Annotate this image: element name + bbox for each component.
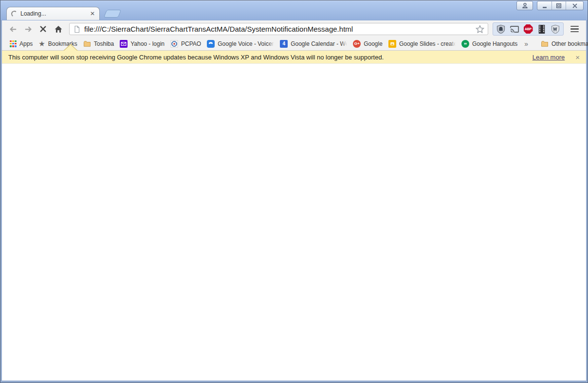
apps-grid-icon [10, 40, 17, 47]
browser-tab[interactable]: Loading... ✕ [6, 7, 100, 20]
minimize-icon [541, 2, 548, 9]
google-slides-icon [388, 40, 396, 48]
film-strip-icon [537, 24, 547, 34]
forward-arrow-icon [24, 25, 33, 34]
tab-strip: Loading... ✕ [6, 7, 120, 20]
bookmark-item-google-voice[interactable]: Google Voice - Voicemails [204, 38, 277, 49]
stop-x-icon [39, 25, 47, 33]
other-bookmarks-button[interactable]: Other bookmarks [538, 38, 588, 49]
apps-label: Apps [19, 40, 33, 47]
google-calendar-icon: 4 [280, 40, 288, 48]
folder-icon [541, 40, 549, 48]
forward-button[interactable] [21, 22, 35, 36]
omnibox-url-input[interactable] [84, 25, 472, 33]
webadvisor-extension-button[interactable] [549, 23, 562, 35]
adblock-plus-icon: ABP [524, 24, 533, 34]
extensions-area: ABP [493, 22, 564, 36]
maximize-button[interactable] [551, 1, 566, 10]
star-outline-icon [476, 25, 484, 34]
update-notification-infobar: This computer will soon stop receiving G… [2, 51, 586, 64]
yahoo-mail-icon [120, 40, 128, 48]
bookmark-star-button[interactable] [476, 25, 484, 34]
folder-icon [83, 40, 91, 48]
bookmark-label: Google Calendar - Week [291, 40, 347, 47]
pcpao-favicon [170, 40, 178, 48]
titlebar: Loading... ✕ [0, 0, 588, 20]
bookmark-label: Toshiba [94, 40, 114, 47]
tab-close-icon[interactable]: ✕ [89, 10, 96, 17]
bookmark-item-google-calendar[interactable]: 4 Google Calendar - Week [277, 38, 350, 49]
bookmark-label: Google Slides - create an [399, 40, 456, 47]
browser-window: Loading... ✕ [0, 0, 588, 383]
cast-extension-button[interactable] [508, 23, 521, 35]
bookmark-item-toshiba[interactable]: Toshiba [80, 38, 117, 49]
address-bar[interactable] [69, 23, 488, 35]
chrome-menu-button[interactable] [567, 22, 582, 36]
bookmarks-overflow-chevron[interactable]: » [520, 40, 532, 48]
tab-title: Loading... [20, 10, 86, 17]
webadvisor-shield-icon [551, 24, 560, 34]
close-button[interactable] [566, 1, 583, 10]
infobar-message: This computer will soon stop receiving G… [8, 54, 384, 61]
person-icon [521, 2, 529, 9]
home-icon [54, 25, 63, 34]
bookmark-item-google-hangouts[interactable]: ” Google Hangouts [459, 38, 520, 49]
bookmark-label: Google Voice - Voicemails [218, 40, 274, 47]
adblock-plus-extension-button[interactable]: ABP [522, 23, 534, 35]
film-extension-button[interactable] [535, 23, 548, 35]
bookmark-item-pcpao[interactable]: PCPAO [167, 38, 204, 49]
learn-more-link[interactable]: Learn more [533, 54, 565, 61]
bookmark-item-yahoo-login[interactable]: Yahoo - login [117, 38, 167, 49]
maximize-icon [555, 2, 562, 9]
profile-button[interactable] [516, 1, 533, 10]
home-button[interactable] [52, 22, 65, 36]
back-button[interactable] [6, 22, 19, 36]
stop-button[interactable] [37, 22, 50, 36]
bookmark-item-google[interactable]: G+ Google [350, 38, 386, 49]
page-icon [73, 25, 81, 33]
apps-shortcut[interactable]: Apps [7, 38, 36, 49]
page-content [2, 64, 586, 381]
navigation-toolbar: ABP [2, 20, 586, 37]
cast-icon [510, 24, 519, 34]
google-plus-icon: G+ [353, 40, 361, 48]
bookmark-item-google-slides[interactable]: Google Slides - create an [386, 38, 459, 49]
minimize-button[interactable] [537, 1, 551, 10]
new-tab-button[interactable] [104, 10, 121, 18]
bookmark-label: Google Hangouts [472, 40, 517, 47]
other-bookmarks-label: Other bookmarks [551, 40, 588, 47]
shield-icon [496, 24, 506, 34]
hamburger-icon [570, 26, 579, 27]
close-icon [571, 2, 578, 9]
google-voice-icon [207, 40, 215, 48]
bookmark-label: Yahoo - login [130, 40, 165, 47]
back-arrow-icon [9, 25, 18, 34]
bookmark-label: Google [364, 40, 383, 47]
bookmark-label: PCPAO [181, 40, 201, 47]
window-controls [516, 1, 584, 10]
google-hangouts-icon: ” [461, 40, 469, 48]
window-button-group [537, 1, 584, 10]
shield-extension-button[interactable] [495, 23, 507, 35]
bookmarks-star-icon: ★ [38, 40, 45, 47]
infobar-close-icon[interactable]: × [575, 54, 580, 61]
bookmarks-bar: Apps ★ Bookmarks Toshiba Yahoo - login P… [2, 37, 586, 51]
loading-spinner-icon [11, 10, 18, 18]
